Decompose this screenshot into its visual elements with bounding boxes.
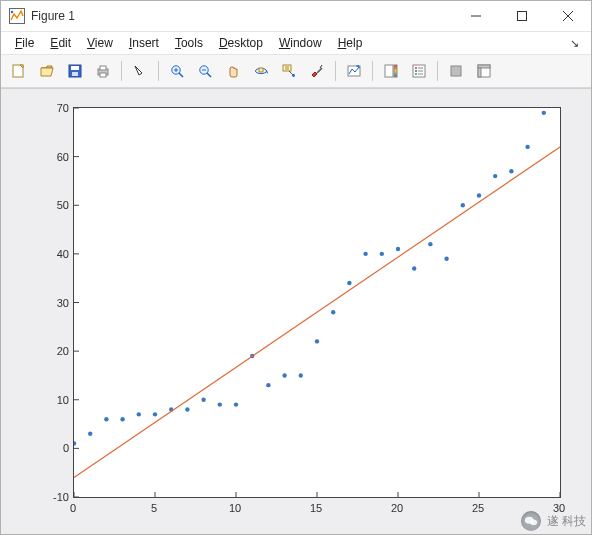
scatter-point	[525, 145, 529, 149]
x-tick-label: 20	[391, 502, 403, 514]
toolbar-separator	[372, 61, 373, 81]
scatter-point	[542, 111, 546, 115]
data-cursor-icon[interactable]	[276, 58, 302, 84]
menu-insert[interactable]: Insert	[121, 34, 167, 52]
svg-rect-21	[259, 68, 263, 72]
axes[interactable]	[73, 107, 561, 498]
menu-help[interactable]: Help	[330, 34, 371, 52]
svg-rect-11	[100, 66, 106, 70]
hide-plot-tools-icon[interactable]	[443, 58, 469, 84]
zoom-in-icon[interactable]	[164, 58, 190, 84]
scatter-point	[509, 169, 513, 173]
rotate-3d-icon[interactable]	[248, 58, 274, 84]
scatter-point	[428, 242, 432, 246]
scatter-point	[380, 252, 384, 256]
svg-rect-8	[71, 66, 79, 70]
y-tick-label: -10	[29, 491, 69, 503]
y-tick-label: 30	[29, 297, 69, 309]
show-plot-tools-icon[interactable]	[471, 58, 497, 84]
svg-point-26	[292, 74, 295, 77]
menubar: File Edit View Insert Tools Desktop Wind…	[1, 32, 591, 55]
scatter-point	[331, 310, 335, 314]
figure-canvas[interactable]: -10010203040506070051015202530	[1, 88, 591, 534]
save-icon[interactable]	[62, 58, 88, 84]
scatter-point	[477, 193, 481, 197]
x-tick-label: 5	[151, 502, 157, 514]
x-tick-label: 10	[229, 502, 241, 514]
pan-icon[interactable]	[220, 58, 246, 84]
svg-rect-30	[394, 65, 397, 77]
y-tick-label: 10	[29, 394, 69, 406]
window-controls	[453, 1, 591, 31]
menu-overflow-icon[interactable]: ↘	[564, 37, 585, 50]
minimize-button[interactable]	[453, 1, 499, 31]
y-tick-label: 70	[29, 102, 69, 114]
link-plot-icon[interactable]	[341, 58, 367, 84]
toolbar-separator	[158, 61, 159, 81]
close-button[interactable]	[545, 1, 591, 31]
svg-rect-9	[72, 72, 78, 76]
scatter-point	[74, 441, 76, 445]
x-tick-label: 15	[310, 502, 322, 514]
titlebar: Figure 1	[1, 1, 591, 32]
scatter-point	[120, 417, 124, 421]
svg-line-18	[207, 73, 211, 77]
toolbar	[1, 55, 591, 88]
y-tick-label: 60	[29, 151, 69, 163]
scatter-point	[137, 412, 141, 416]
insert-colorbar-icon[interactable]	[378, 58, 404, 84]
brush-icon[interactable]	[304, 58, 330, 84]
scatter-point	[461, 203, 465, 207]
edit-plot-icon[interactable]	[127, 58, 153, 84]
matlab-figure-icon	[9, 8, 25, 24]
svg-line-14	[179, 73, 183, 77]
svg-line-27	[317, 68, 322, 73]
svg-rect-12	[100, 73, 106, 77]
svg-point-59	[530, 519, 537, 525]
toolbar-separator	[437, 61, 438, 81]
scatter-point	[444, 257, 448, 261]
menu-tools[interactable]: Tools	[167, 34, 211, 52]
scatter-point	[347, 281, 351, 285]
axes-plot	[74, 108, 560, 497]
watermark: 遂 科技	[521, 511, 586, 531]
scatter-point	[266, 383, 270, 387]
scatter-point	[153, 412, 157, 416]
svg-rect-38	[451, 66, 461, 76]
scatter-point	[412, 266, 416, 270]
x-tick-label: 25	[472, 502, 484, 514]
scatter-point	[493, 174, 497, 178]
new-figure-icon[interactable]	[6, 58, 32, 84]
scatter-point	[201, 398, 205, 402]
scatter-point	[234, 402, 238, 406]
menu-window[interactable]: Window	[271, 34, 330, 52]
y-tick-label: 20	[29, 345, 69, 357]
scatter-point	[88, 432, 92, 436]
insert-legend-icon[interactable]	[406, 58, 432, 84]
scatter-point	[315, 339, 319, 343]
menu-edit[interactable]: Edit	[42, 34, 79, 52]
zoom-out-icon[interactable]	[192, 58, 218, 84]
toolbar-separator	[121, 61, 122, 81]
fit-line	[74, 147, 560, 478]
y-tick-label: 40	[29, 248, 69, 260]
watermark-text: 遂 科技	[547, 513, 586, 530]
svg-rect-22	[283, 65, 291, 71]
scatter-point	[363, 252, 367, 256]
menu-view[interactable]: View	[79, 34, 121, 52]
svg-line-25	[289, 71, 293, 75]
print-icon[interactable]	[90, 58, 116, 84]
scatter-point	[185, 407, 189, 411]
menu-desktop[interactable]: Desktop	[211, 34, 271, 52]
scatter-point	[104, 417, 108, 421]
toolbar-separator	[335, 61, 336, 81]
menu-file[interactable]: File	[7, 34, 42, 52]
scatter-point	[218, 402, 222, 406]
svg-rect-41	[478, 68, 481, 77]
y-tick-label: 50	[29, 199, 69, 211]
y-tick-label: 0	[29, 442, 69, 454]
open-icon[interactable]	[34, 58, 60, 84]
figure-window: Figure 1 File Edit View Insert Tools Des…	[0, 0, 592, 535]
wechat-icon	[521, 511, 541, 531]
maximize-button[interactable]	[499, 1, 545, 31]
